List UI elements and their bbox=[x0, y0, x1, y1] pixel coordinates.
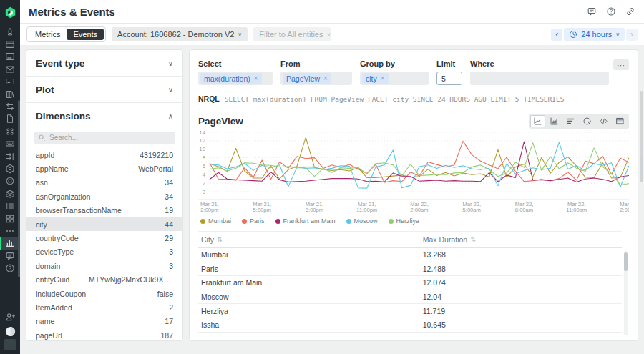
sidebar-item-logs[interactable] bbox=[0, 200, 20, 212]
tab-metrics[interactable]: Metrics bbox=[29, 29, 67, 40]
table-row[interactable]: Paris 12.488 bbox=[198, 262, 622, 277]
section-plot[interactable]: Plot ∨ bbox=[26, 77, 182, 103]
dimension-row-city[interactable]: city 44 bbox=[26, 217, 182, 231]
time-forward-button[interactable]: › bbox=[626, 29, 638, 41]
sidebar-item-feedback[interactable] bbox=[0, 250, 20, 262]
dimension-row-pageUrl[interactable]: pageUrl 187 bbox=[26, 328, 182, 340]
sidebar-item-collapse[interactable] bbox=[0, 338, 20, 351]
table-row[interactable]: Issha 10.645 bbox=[198, 318, 622, 333]
chart-type-table-button[interactable] bbox=[613, 115, 628, 127]
chart-type-area-chart-button[interactable] bbox=[547, 115, 562, 127]
logs-icon bbox=[5, 201, 15, 211]
sidebar-item-help[interactable] bbox=[0, 262, 20, 274]
dimension-row-ItemAdded[interactable]: ItemAdded 2 bbox=[26, 300, 182, 314]
sidebar-item-avatar[interactable] bbox=[0, 324, 20, 338]
section-event-type[interactable]: Event type ∨ bbox=[26, 50, 182, 77]
dimension-row-asnOrganization[interactable]: asnOrganization 34 bbox=[26, 190, 182, 203]
legend-item-herzliya[interactable]: Herzliya bbox=[389, 217, 420, 225]
entity-filter-bar[interactable]: Filter to All entities ∨ bbox=[253, 27, 331, 41]
chart-type-line-chart-button[interactable] bbox=[530, 115, 545, 127]
time-back-button[interactable]: ‹ bbox=[551, 29, 562, 41]
sidebar-item-pipelines[interactable] bbox=[0, 150, 20, 162]
new-relic-logo-icon[interactable] bbox=[4, 6, 16, 19]
page-title: Metrics & Events bbox=[29, 6, 115, 18]
dimension-row-deviceType[interactable]: deviceType 3 bbox=[26, 245, 182, 259]
sidebar-item-document[interactable] bbox=[0, 113, 20, 125]
query-chip[interactable]: max(duration) × bbox=[200, 73, 262, 84]
sidebar-item-keyboard[interactable] bbox=[0, 138, 20, 150]
field-label: Where bbox=[470, 59, 609, 68]
help-icon[interactable] bbox=[606, 6, 616, 16]
page-scrollbar[interactable] bbox=[640, 91, 643, 157]
svg-text:Mar 22,2:00am: Mar 22,2:00am bbox=[410, 201, 429, 214]
dimension-count: 34 bbox=[165, 192, 173, 201]
table-row[interactable]: Frankfurt am Main 12.074 bbox=[198, 276, 622, 290]
pie-chart-icon bbox=[582, 117, 592, 126]
tab-events[interactable]: Events bbox=[67, 29, 104, 40]
section-dimensions[interactable]: Dimensions ∧ bbox=[26, 103, 182, 129]
search-input[interactable] bbox=[49, 134, 171, 142]
legend-item-mumbai[interactable]: Mumbai bbox=[200, 217, 231, 225]
table-row[interactable]: Mumbai 13.268 bbox=[198, 248, 622, 262]
field-input[interactable]: city × bbox=[360, 72, 429, 85]
sidebar-item-charts[interactable] bbox=[0, 237, 20, 250]
chart-type-code-button[interactable] bbox=[596, 115, 611, 127]
query-chip[interactable]: city × bbox=[362, 73, 389, 84]
toolbar: Metrics Events Account: 1606862 - Demotr… bbox=[20, 24, 644, 45]
link-icon[interactable] bbox=[625, 6, 635, 16]
sidebar-item-target[interactable] bbox=[0, 175, 20, 187]
sidebar-item-invite-user[interactable] bbox=[0, 310, 20, 324]
account-dropdown[interactable]: Account: 1606862 - Demotron V2 ∨ bbox=[112, 27, 248, 41]
remove-chip-icon[interactable]: × bbox=[254, 74, 258, 82]
nrql-query-bar: NRQLSELECT max(duration) FROM PageView F… bbox=[198, 94, 629, 103]
dimension-row-countryCode[interactable]: countryCode 29 bbox=[26, 231, 182, 245]
svg-text:0: 0 bbox=[203, 189, 206, 195]
time-range-dropdown[interactable]: 24 hours ∨ bbox=[564, 28, 625, 41]
dimension-row-includeCoupon[interactable]: includeCoupon false bbox=[26, 287, 182, 300]
sidebar-item-browser[interactable] bbox=[0, 38, 20, 50]
sidebar-item-library[interactable] bbox=[0, 88, 20, 100]
chart-type-bar-chart-button[interactable] bbox=[563, 115, 578, 127]
sidebar-item-security[interactable] bbox=[0, 162, 20, 174]
remove-chip-icon[interactable]: × bbox=[323, 74, 328, 82]
query-chip[interactable]: PageView × bbox=[283, 73, 331, 84]
sidebar-item-inbox[interactable] bbox=[0, 63, 20, 75]
document-icon bbox=[5, 114, 15, 124]
chevron-down-icon: ∨ bbox=[168, 86, 173, 94]
dimension-row-appId[interactable]: appId 43192210 bbox=[26, 148, 182, 162]
sidebar-item-card[interactable] bbox=[0, 76, 20, 88]
column-header-city[interactable]: City ⇅ bbox=[198, 235, 423, 244]
table-row[interactable]: Moscow 12.04 bbox=[198, 290, 622, 305]
field-input[interactable] bbox=[470, 72, 609, 85]
table-scrollbar-thumb[interactable] bbox=[624, 252, 628, 271]
field-input[interactable]: max(duration) × bbox=[198, 72, 273, 85]
sidebar-item-apm[interactable] bbox=[0, 51, 20, 63]
legend-dot bbox=[242, 219, 247, 224]
target-icon bbox=[5, 176, 15, 186]
feedback-icon[interactable] bbox=[587, 6, 597, 16]
dimension-row-entityGuid[interactable]: entityGuid MTYwNjg2MnxCUk9XU0V... bbox=[26, 273, 182, 287]
remove-chip-icon[interactable]: × bbox=[381, 74, 385, 82]
sidebar-item-launcher[interactable] bbox=[0, 26, 20, 38]
sidebar-item-more[interactable] bbox=[0, 225, 20, 237]
field-input[interactable]: 5 bbox=[436, 72, 462, 85]
inbox-icon bbox=[5, 64, 15, 74]
dimension-row-appName[interactable]: appName WebPortal bbox=[26, 162, 182, 175]
dimension-row-domain[interactable]: domain 3 bbox=[26, 259, 182, 272]
sidebar-item-transfers[interactable] bbox=[0, 100, 20, 112]
field-input[interactable]: PageView × bbox=[280, 72, 352, 85]
table-row[interactable]: Herzliya 11.719 bbox=[198, 304, 622, 318]
timeseries-chart: 02468101214Mar 21,2:00pmMar 21,5:00pmMar… bbox=[198, 130, 629, 215]
column-header-max-duration[interactable]: Max Duration ⇅ bbox=[423, 235, 622, 244]
dimension-row-asn[interactable]: asn 34 bbox=[26, 176, 182, 190]
query-more-button[interactable]: ⋯ bbox=[613, 59, 629, 70]
legend-item-moscow[interactable]: Moscow bbox=[346, 217, 378, 225]
sidebar-item-services[interactable] bbox=[0, 125, 20, 137]
sidebar-item-layers[interactable] bbox=[0, 187, 20, 200]
chart-type-pie-chart-button[interactable] bbox=[580, 115, 595, 127]
dimension-row-browserTransactionName[interactable]: browserTransactionName 19 bbox=[26, 204, 182, 217]
legend-item-frankfurt-am-main[interactable]: Frankfurt am Main bbox=[275, 217, 336, 225]
sidebar-item-apps-grid[interactable] bbox=[0, 212, 20, 225]
dimension-row-name[interactable]: name 17 bbox=[26, 315, 182, 328]
legend-item-paris[interactable]: Paris bbox=[242, 217, 265, 225]
